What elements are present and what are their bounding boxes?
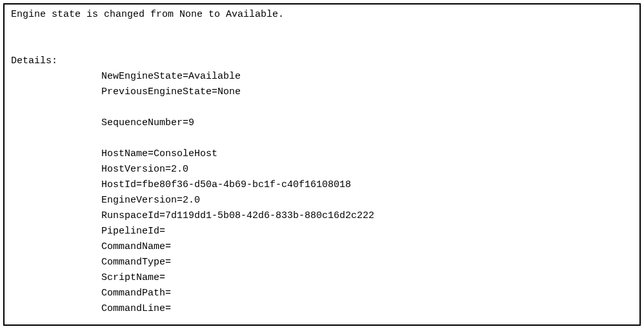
detail-script-name: ScriptName= [101,270,633,286]
detail-sequence-number: SequenceNumber=9 [101,115,633,131]
detail-runspace-id: RunspaceId=7d119dd1-5b08-42d6-833b-880c1… [101,208,633,224]
detail-host-id: HostId=fbe80f36-d50a-4b69-bc1f-c40f16108… [101,177,633,193]
blank-spacer [11,23,633,38]
detail-command-name: CommandName= [101,239,633,255]
detail-command-type: CommandType= [101,255,633,270]
detail-command-line: CommandLine= [101,301,633,317]
detail-host-version: HostVersion=2.0 [101,162,633,177]
blank-spacer [11,38,633,54]
log-output-panel: Engine state is changed from None to Ava… [3,3,641,326]
details-header: Details: [11,54,633,69]
detail-engine-version: EngineVersion=2.0 [101,193,633,208]
detail-previous-engine-state: PreviousEngineState=None [101,85,633,100]
detail-pipeline-id: PipelineId= [101,224,633,239]
details-block: NewEngineState=Available PreviousEngineS… [11,69,633,317]
detail-new-engine-state: NewEngineState=Available [101,69,633,85]
detail-host-name: HostName=ConsoleHost [101,146,633,162]
detail-command-path: CommandPath= [101,286,633,301]
blank-line [101,100,633,115]
blank-line [101,131,633,146]
summary-line: Engine state is changed from None to Ava… [11,7,633,23]
